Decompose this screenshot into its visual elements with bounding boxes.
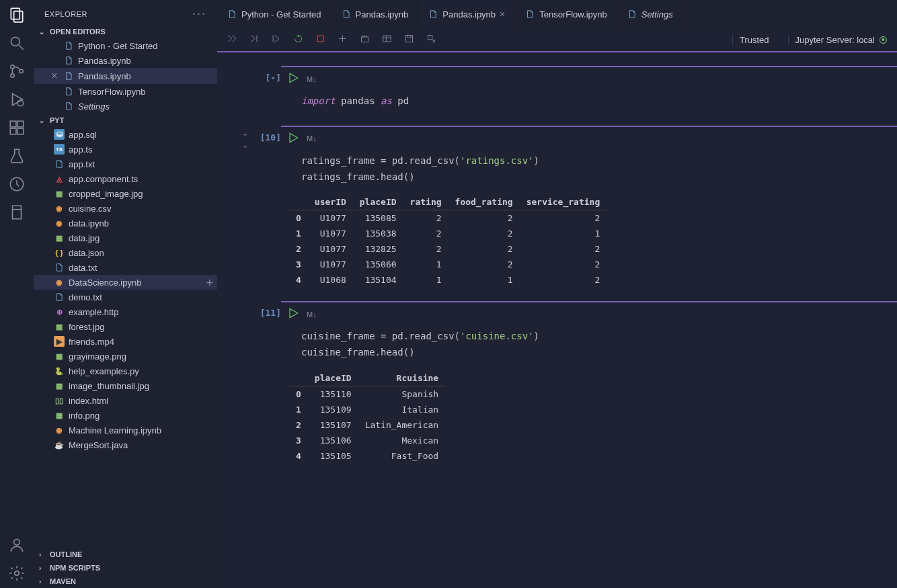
- run-cell-icon[interactable]: [286, 131, 300, 146]
- editor-tab[interactable]: TensorFlow.ipynb: [515, 0, 617, 28]
- svg-rect-9: [17, 121, 24, 127]
- file-item[interactable]: ◉DataScience.ipynb+: [34, 275, 217, 290]
- file-item[interactable]: ▯▯index.html: [34, 393, 217, 408]
- file-name: data.json: [69, 248, 104, 258]
- open-editor-item[interactable]: Pandas.ipynb: [34, 53, 217, 68]
- close-icon[interactable]: ×: [50, 70, 59, 82]
- file-item[interactable]: ▦image_thumbnail.jpg: [34, 378, 217, 393]
- add-cell-icon[interactable]: [338, 34, 348, 46]
- file-name: MergeSort.java: [69, 440, 128, 450]
- tab-bar: Python - Get StartedPandas.ipynbPandas.i…: [217, 0, 897, 28]
- test-icon[interactable]: [7, 146, 26, 165]
- file-item[interactable]: ▶friends.mp4: [34, 334, 217, 349]
- run-cell-icon[interactable]: [286, 71, 300, 87]
- open-editor-item[interactable]: TensorFlow.ipynb: [34, 84, 217, 99]
- account-icon[interactable]: [7, 536, 26, 554]
- open-editors-label: OPEN EDITORS: [50, 28, 106, 36]
- file-item[interactable]: ☕MergeSort.java: [34, 437, 217, 452]
- file-name: Settings: [78, 101, 110, 112]
- file-item[interactable]: ◉data.ipynb: [34, 216, 217, 230]
- open-editor-item[interactable]: Python - Get Started: [34, 38, 217, 53]
- file-item[interactable]: demo.txt: [34, 290, 217, 304]
- main-area: Python - Get StartedPandas.ipynbPandas.i…: [217, 0, 897, 588]
- history-icon[interactable]: [7, 175, 26, 194]
- file-item[interactable]: ⊕example.http: [34, 304, 217, 319]
- extensions-icon[interactable]: [7, 118, 26, 137]
- close-icon[interactable]: ×: [500, 9, 505, 19]
- sidebar-more-icon[interactable]: ···: [192, 7, 206, 21]
- clear-output-icon[interactable]: [360, 34, 370, 46]
- maven-header[interactable]: ›MAVEN: [34, 575, 217, 588]
- run-all-icon[interactable]: [227, 34, 237, 46]
- file-item[interactable]: data.txt: [34, 260, 217, 275]
- file-item[interactable]: { }data.json: [34, 245, 217, 260]
- svg-rect-10: [10, 128, 16, 134]
- code-input[interactable]: cuisine_frame = pd.read_csv('cuisine.csv…: [281, 326, 897, 364]
- file-name: Pandas.ipynb: [78, 71, 131, 81]
- fold-up-icon[interactable]: ⌃: [217, 132, 248, 141]
- svg-rect-31: [428, 36, 432, 40]
- notebook-cell: ⌃⌄[10]M↓ratings_frame = pd.read_csv('rat…: [217, 126, 897, 288]
- activity-bar: [0, 0, 34, 588]
- file-item[interactable]: ◉Machine Learning.ipynb: [34, 423, 217, 437]
- jupyter-server-status[interactable]: Jupyter Server: local⦿: [788, 35, 888, 45]
- folder-label: PYT: [50, 116, 64, 124]
- file-name: friends.mp4: [69, 337, 114, 347]
- stop-icon[interactable]: [315, 34, 325, 46]
- save-icon[interactable]: [404, 34, 414, 46]
- restart-icon[interactable]: [293, 34, 303, 46]
- code-input[interactable]: ratings_frame = pd.read_csv('ratings.csv…: [281, 151, 897, 188]
- editor-tab[interactable]: Settings: [617, 0, 683, 28]
- svg-rect-26: [383, 36, 391, 42]
- outline-header[interactable]: ›OUTLINE: [34, 548, 217, 561]
- run-debug-icon[interactable]: [7, 90, 26, 109]
- npm-label: NPM SCRIPTS: [50, 564, 100, 572]
- open-editors-header[interactable]: ⌄ OPEN EDITORS: [34, 25, 217, 38]
- run-cell-icon[interactable]: [286, 306, 300, 322]
- svg-point-2: [11, 37, 20, 46]
- new-file-icon[interactable]: +: [206, 276, 213, 290]
- npm-header[interactable]: ›NPM SCRIPTS: [34, 561, 217, 575]
- trusted-status[interactable]: Trusted: [732, 35, 776, 45]
- file-name: data.ipynb: [69, 218, 109, 228]
- open-editor-item[interactable]: Settings: [34, 99, 217, 114]
- editor-tab[interactable]: Pandas.ipynb×: [418, 0, 515, 28]
- explorer-icon[interactable]: [7, 5, 26, 24]
- file-item[interactable]: app.txt: [34, 157, 217, 171]
- open-editor-item[interactable]: ×Pandas.ipynb: [34, 68, 217, 84]
- run-above-icon[interactable]: [249, 34, 259, 46]
- file-item[interactable]: 🐍help_examples.py: [34, 364, 217, 378]
- editor-tab[interactable]: Python - Get Started: [217, 0, 332, 28]
- export-icon[interactable]: [426, 34, 436, 46]
- file-item[interactable]: ▦data.jpg: [34, 230, 217, 245]
- exec-count: [11]: [251, 301, 281, 464]
- editor-tab[interactable]: Pandas.ipynb: [332, 0, 419, 28]
- file-item[interactable]: TSapp.ts: [34, 142, 217, 157]
- file-item[interactable]: ▦info.png: [34, 408, 217, 423]
- fold-down-icon[interactable]: ⌄: [217, 141, 248, 150]
- variables-icon[interactable]: [382, 34, 392, 46]
- file-name: TensorFlow.ipynb: [78, 87, 145, 97]
- file-item[interactable]: ▦grayimage.png: [34, 349, 217, 364]
- file-name: data.jpg: [69, 233, 100, 243]
- book-icon[interactable]: [7, 203, 26, 222]
- file-item[interactable]: ◉cuisine.csv: [34, 201, 217, 216]
- file-item[interactable]: ▦forest.jpg: [34, 319, 217, 334]
- source-control-icon[interactable]: [7, 62, 26, 81]
- file-item[interactable]: ⛁app.sql: [34, 127, 217, 142]
- folder-header[interactable]: ⌄ PYT: [34, 114, 217, 127]
- settings-icon[interactable]: [7, 564, 26, 583]
- file-item[interactable]: ◬app.component.ts: [34, 171, 217, 186]
- run-below-icon[interactable]: [271, 34, 281, 46]
- tab-label: Pandas.ipynb: [442, 9, 496, 19]
- markdown-indicator: M↓: [307, 75, 317, 83]
- code-input[interactable]: import pandas as pd: [281, 91, 897, 112]
- cell-output: userIDplaceIDratingfood_ratingservice_ra…: [281, 187, 897, 288]
- search-icon[interactable]: [7, 34, 26, 52]
- file-item[interactable]: ▦cropped_image.jpg: [34, 186, 217, 201]
- server-active-icon: ⦿: [879, 35, 888, 45]
- notebook-cell: [-]M↓import pandas as pd: [217, 66, 897, 112]
- tab-label: TensorFlow.ipynb: [539, 9, 607, 19]
- markdown-indicator: M↓: [307, 134, 317, 142]
- file-name: app.component.ts: [69, 174, 138, 184]
